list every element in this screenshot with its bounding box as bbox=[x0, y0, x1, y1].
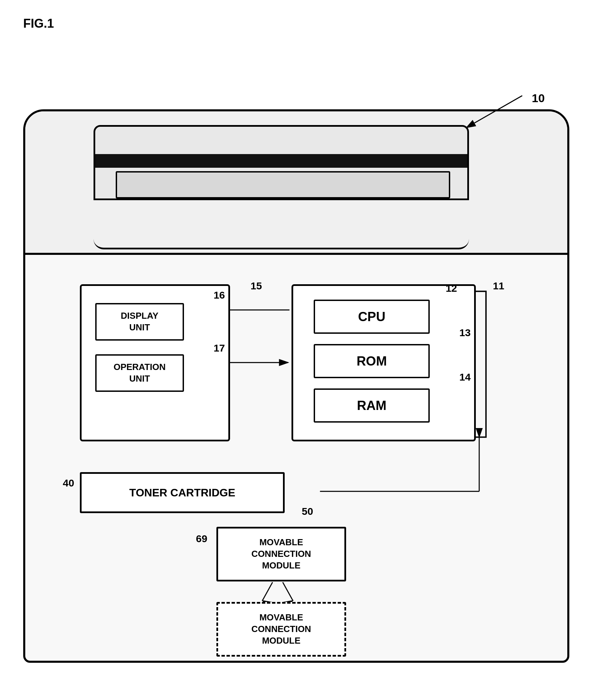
page: FIG.1 10 bbox=[0, 0, 612, 700]
rom-label: ROM bbox=[357, 354, 387, 368]
display-unit-box: DISPLAY UNIT bbox=[95, 303, 184, 341]
ref-14: 14 bbox=[459, 371, 471, 383]
ref-15: 15 bbox=[251, 280, 262, 292]
svg-line-12 bbox=[283, 582, 293, 601]
figure-label: FIG.1 bbox=[23, 16, 54, 31]
ref-11: 11 bbox=[493, 280, 504, 292]
display-unit-label: DISPLAY UNIT bbox=[121, 310, 158, 334]
printer-body: CPU ROM RAM 12 13 14 11 bbox=[23, 109, 569, 663]
tray-lip bbox=[94, 239, 469, 250]
printer-inner-section: CPU ROM RAM 12 13 14 11 bbox=[25, 257, 567, 665]
toner-cartridge-box: TONER CARTRIDGE bbox=[80, 472, 285, 513]
ram-box: RAM bbox=[314, 388, 430, 422]
cpu-label: CPU bbox=[358, 310, 385, 324]
control-board: CPU ROM RAM 12 13 14 bbox=[292, 284, 476, 441]
operation-unit-label: OPERATION UNIT bbox=[114, 361, 166, 385]
ref-40: 40 bbox=[63, 477, 74, 489]
movable-module-dashed: MOVABLE CONNECTION MODULE bbox=[217, 602, 346, 657]
operation-unit-box: OPERATION UNIT bbox=[95, 354, 184, 392]
paper-tray-outer bbox=[94, 125, 469, 200]
ref-12: 12 bbox=[446, 283, 457, 294]
paper-tray-inner bbox=[116, 171, 450, 199]
toner-cartridge-label: TONER CARTRIDGE bbox=[129, 486, 236, 499]
ref-16: 16 bbox=[214, 290, 225, 301]
paper-tray-dark-bar bbox=[95, 154, 467, 168]
printer-top-cover bbox=[25, 111, 567, 255]
ref-13: 13 bbox=[459, 327, 471, 339]
ref-69: 69 bbox=[196, 533, 207, 544]
svg-line-11 bbox=[263, 582, 273, 601]
movable-module-solid: MOVABLE CONNECTION MODULE bbox=[217, 527, 346, 581]
rom-box: ROM bbox=[314, 344, 430, 378]
ram-label: RAM bbox=[357, 398, 387, 413]
ref-50: 50 bbox=[302, 506, 313, 517]
ref-10-label: 10 bbox=[532, 92, 545, 105]
ui-panel: DISPLAY UNIT OPERATION UNIT 16 17 bbox=[80, 284, 230, 441]
cpu-box: CPU bbox=[314, 300, 430, 334]
movable-module-dashed-label: MOVABLE CONNECTION MODULE bbox=[252, 612, 311, 646]
ref-17: 17 bbox=[214, 342, 225, 354]
movable-module-solid-label: MOVABLE CONNECTION MODULE bbox=[252, 537, 311, 571]
